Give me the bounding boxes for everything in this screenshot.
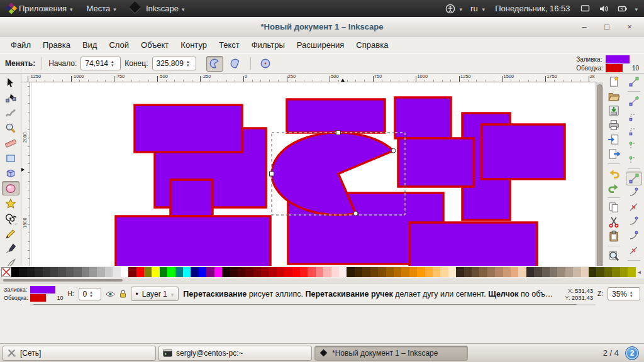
resize-handle[interactable] bbox=[270, 172, 274, 176]
layer-selector[interactable]: • Layer 1 bbox=[131, 287, 179, 301]
palette-swatch[interactable] bbox=[105, 267, 113, 277]
duplicate-button[interactable] bbox=[606, 200, 622, 214]
palette-swatch[interactable] bbox=[245, 267, 253, 277]
close-button[interactable]: × bbox=[623, 21, 636, 32]
menu-item[interactable]: Расширения bbox=[292, 38, 350, 52]
snap-cusp-nodes-button[interactable] bbox=[626, 215, 642, 229]
save-button[interactable] bbox=[606, 104, 622, 118]
undo-button[interactable] bbox=[606, 167, 622, 180]
snap-enabled-button[interactable] bbox=[626, 75, 642, 89]
snap-bbox-button[interactable] bbox=[626, 94, 642, 108]
pen-tool-button[interactable] bbox=[2, 241, 19, 256]
snap-nodes-button[interactable] bbox=[626, 172, 642, 185]
palette-swatch[interactable] bbox=[43, 267, 50, 277]
palette-swatch[interactable] bbox=[401, 267, 409, 277]
new-document-button[interactable] bbox=[606, 75, 622, 89]
places-menu[interactable]: Места bbox=[80, 0, 123, 17]
drawn-rectangle[interactable] bbox=[398, 138, 474, 187]
palette-swatch[interactable] bbox=[433, 267, 440, 277]
palette-swatch[interactable] bbox=[370, 267, 378, 277]
zoom-spinbox[interactable]: 35% ▴▾ bbox=[608, 287, 640, 300]
palette-swatch[interactable] bbox=[144, 267, 152, 277]
palette-swatch[interactable] bbox=[284, 267, 292, 277]
palette-swatch[interactable] bbox=[19, 267, 26, 277]
palette-swatch[interactable] bbox=[456, 267, 464, 277]
title-bar[interactable]: *Новый документ 1 – Inkscape – □ × bbox=[0, 17, 644, 36]
palette-swatch[interactable] bbox=[417, 267, 425, 277]
palette-swatch[interactable] bbox=[440, 267, 448, 277]
menu-item[interactable]: Слой bbox=[104, 38, 134, 52]
battery-indicator[interactable] bbox=[613, 0, 632, 17]
palette-swatch[interactable] bbox=[503, 267, 511, 277]
palette-swatch[interactable] bbox=[511, 267, 518, 277]
palette-swatch[interactable] bbox=[581, 267, 589, 277]
palette-swatch[interactable] bbox=[35, 267, 42, 277]
snap-midpoints-button[interactable] bbox=[626, 244, 642, 258]
resize-handle[interactable] bbox=[336, 131, 341, 135]
ellipse-tool-button[interactable] bbox=[2, 181, 19, 195]
palette-swatch[interactable] bbox=[269, 267, 276, 277]
palette-swatch[interactable] bbox=[74, 267, 81, 277]
palette-swatch[interactable] bbox=[183, 267, 191, 277]
fill-stroke-status[interactable]: Заливка: Обводка: 10 bbox=[4, 286, 64, 302]
menu-item[interactable]: Вид bbox=[77, 38, 103, 52]
palette-swatch[interactable] bbox=[596, 267, 604, 277]
palette-swatch[interactable] bbox=[339, 267, 347, 277]
palette-scrollbar[interactable] bbox=[0, 278, 644, 283]
palette-swatch[interactable] bbox=[160, 267, 167, 277]
palette-swatch[interactable] bbox=[300, 267, 308, 277]
vertical-scrollbar[interactable] bbox=[596, 82, 603, 297]
palette-swatch[interactable] bbox=[347, 267, 354, 277]
palette-swatch[interactable] bbox=[89, 267, 97, 277]
drawn-rectangle[interactable] bbox=[482, 124, 565, 179]
print-button[interactable] bbox=[606, 118, 622, 132]
palette-swatch[interactable] bbox=[612, 267, 619, 277]
palette-swatch[interactable] bbox=[136, 267, 144, 277]
rectangle-tool-button[interactable] bbox=[2, 151, 19, 165]
palette-swatch[interactable] bbox=[386, 267, 394, 277]
snap-bbox-edges-button[interactable] bbox=[626, 109, 642, 123]
clock[interactable]: Понедельник, 16:53 bbox=[489, 4, 576, 13]
chevron-down-icon[interactable] bbox=[632, 4, 644, 13]
palette-swatch[interactable] bbox=[534, 267, 541, 277]
palette-swatch[interactable] bbox=[191, 267, 198, 277]
snap-paths-button[interactable] bbox=[626, 186, 642, 200]
palette-swatch[interactable] bbox=[472, 267, 479, 277]
tweak-tool-button[interactable] bbox=[2, 106, 19, 120]
palette-swatch[interactable] bbox=[121, 267, 128, 277]
selector-tool-button[interactable] bbox=[2, 75, 19, 90]
fill-swatch[interactable] bbox=[30, 286, 55, 293]
horizontal-ruler[interactable]: -1250-1000-750-500-250025050075010001250… bbox=[21, 74, 596, 82]
vertical-ruler[interactable]: 20001500 bbox=[21, 82, 30, 297]
taskbar-window-button[interactable]: sergiy@centos-pc:~ bbox=[158, 346, 312, 361]
minimize-button[interactable]: – bbox=[577, 21, 591, 32]
palette-swatch[interactable] bbox=[152, 267, 159, 277]
make-whole-button[interactable] bbox=[257, 56, 274, 72]
snap-bbox-edge-midpoints-button[interactable] bbox=[626, 138, 642, 151]
palette-swatch[interactable] bbox=[97, 267, 104, 277]
open-button[interactable] bbox=[606, 89, 622, 103]
import-button[interactable] bbox=[606, 133, 622, 146]
drawn-rectangle[interactable] bbox=[395, 97, 451, 138]
taskbar-window-button[interactable]: [Сеть] bbox=[3, 346, 156, 361]
palette-swatch[interactable] bbox=[128, 267, 136, 277]
palette-swatch[interactable] bbox=[167, 267, 175, 277]
palette-swatch[interactable] bbox=[199, 267, 206, 277]
palette-swatch[interactable] bbox=[214, 267, 222, 277]
spinner-arrows-icon[interactable]: ▴▾ bbox=[111, 60, 114, 67]
workspace-indicator[interactable]: 2 / 4 bbox=[603, 348, 623, 358]
paste-button[interactable] bbox=[606, 229, 622, 243]
palette-swatch[interactable] bbox=[409, 267, 417, 277]
palette-swatch[interactable] bbox=[27, 267, 35, 277]
menu-item[interactable]: Файл bbox=[6, 38, 36, 52]
arc-start-spinbox[interactable]: 74,914 ▴▾ bbox=[80, 57, 121, 70]
palette-swatch[interactable] bbox=[331, 267, 339, 277]
palette-swatch[interactable] bbox=[66, 267, 74, 277]
arc-handle[interactable] bbox=[391, 148, 396, 153]
export-button[interactable] bbox=[606, 147, 622, 161]
menu-item[interactable]: Фильтры bbox=[247, 38, 290, 52]
chevron-down-icon[interactable] bbox=[482, 4, 489, 13]
menu-item[interactable]: Справка bbox=[351, 38, 393, 52]
palette-swatch[interactable] bbox=[292, 267, 300, 277]
spinner-arrows-icon[interactable]: ▴▾ bbox=[630, 290, 633, 298]
